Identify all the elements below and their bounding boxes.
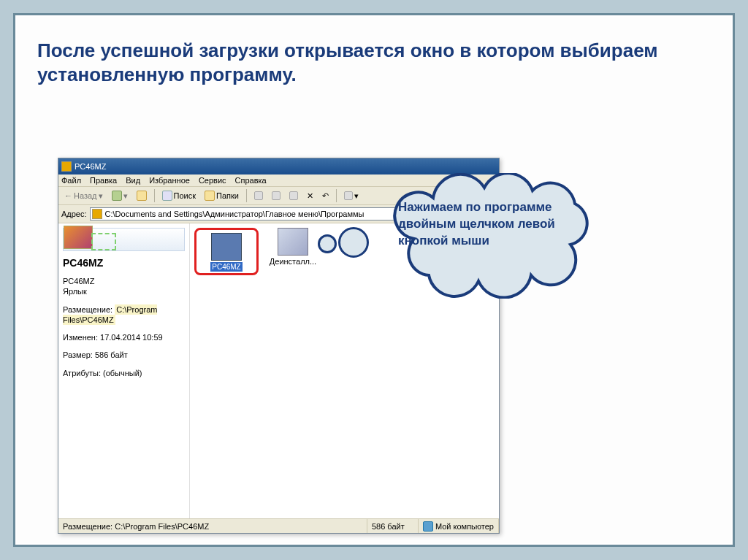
tasks-pane: PC46MZ PC46MZ Ярлык Размещение: C:\Progr… [58,223,190,533]
file-item-uninstall[interactable]: Деинсталл... [267,228,318,266]
cloud-tail-bubble [338,227,369,258]
delete-button[interactable]: ✕ [304,190,316,202]
statusbar: Размещение: C:\Program Files\PC46MZ 586 … [58,518,499,533]
highlight-annotation: PC46MZ [194,228,259,275]
info-location-block: Размещение: C:\Program Files\PC46MZ [63,304,185,326]
separator [154,189,155,202]
folders-label: Папки [216,191,239,200]
statusbar-right-label: Мой компьютер [435,522,494,531]
info-name: PC46MZ [63,276,185,286]
undo-icon: ↶ [322,191,329,201]
statusbar-left: Размещение: C:\Program Files\PC46MZ [58,519,367,533]
undo-button[interactable]: ↶ [319,190,332,202]
callout-text: Нажимаем по программе двойным щелчком ле… [398,199,595,250]
copy-icon [289,191,298,200]
arrow-left-icon: ← [64,191,72,200]
folders-button[interactable]: Папки [202,189,242,202]
move-icon [272,191,280,200]
search-label: Поиск [174,191,196,200]
up-button[interactable] [134,189,150,202]
uninstall-icon [278,228,308,256]
arrow-right-icon [112,191,122,201]
back-button[interactable]: ← Назад ▾ [61,190,106,202]
search-button[interactable]: Поиск [159,189,199,202]
folder-icon [92,209,102,219]
info-attrs: Атрибуты: (обычный) [63,368,185,378]
app-icon [211,233,242,261]
file-label: Деинсталл... [270,257,316,266]
menu-edit[interactable]: Правка [90,176,117,185]
history-button[interactable] [251,190,266,202]
folder-icon [61,161,72,172]
programs-icon [64,226,93,249]
folder-up-icon [137,191,147,201]
slide-frame: После успешной загрузки открывается окно… [13,13,735,547]
info-modified: Изменен: 17.04.2014 10:59 [63,332,185,342]
window-title: PC46MZ [75,162,106,171]
separator [246,189,247,202]
separator [336,189,337,202]
menu-help[interactable]: Справка [235,176,267,185]
menu-view[interactable]: Вид [126,176,140,185]
callout-cloud: Нажимаем по программе двойным щелчком ле… [373,169,618,307]
statusbar-right: Мой компьютер [419,519,499,533]
slide-title: После успешной загрузки открывается окно… [37,39,711,86]
back-label: Назад [74,191,97,200]
info-name-block: PC46MZ Ярлык [63,276,185,297]
computer-icon [423,521,433,532]
pane-title: PC46MZ [63,257,185,269]
folders-icon [205,191,215,201]
chevron-down-icon: ▾ [123,191,128,201]
address-label: Адрес: [61,210,87,218]
address-value: C:\Documents and Settings\Администратор\… [105,210,365,218]
info-location-label: Размещение: [63,305,112,314]
move-button[interactable] [269,190,283,202]
menu-favorites[interactable]: Избранное [149,176,190,185]
file-label: PC46MZ [210,262,242,272]
history-icon [254,191,263,200]
info-type: Ярлык [63,286,185,296]
cloud-tail-bubble-small [318,234,337,253]
views-icon [344,191,353,200]
statusbar-mid: 586 байт [367,519,419,533]
menu-tools[interactable]: Сервис [199,176,226,185]
search-icon [162,191,172,201]
chevron-down-icon: ▾ [99,191,103,201]
chevron-down-icon: ▾ [354,191,359,201]
forward-button[interactable]: ▾ [109,189,131,202]
decoration-icon [91,233,116,250]
menu-file[interactable]: Файл [61,176,81,185]
delete-icon: ✕ [307,191,313,201]
task-header [63,228,185,251]
file-item-pc46mz[interactable]: PC46MZ [201,233,252,272]
views-button[interactable]: ▾ [341,190,362,202]
copy-button[interactable] [286,190,301,202]
info-size: Размер: 586 байт [63,350,185,360]
